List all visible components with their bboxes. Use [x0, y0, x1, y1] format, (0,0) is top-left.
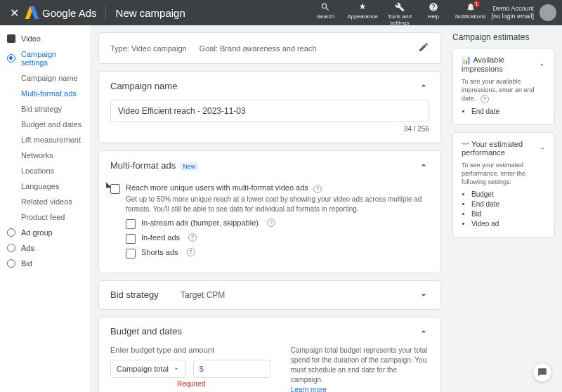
sidebar-item-ad-group[interactable]: Ad group	[0, 225, 90, 240]
logo[interactable]: Google Ads	[25, 6, 97, 19]
account-label[interactable]: Demo Account [no login email]	[491, 5, 534, 20]
notifications-icon[interactable]: 1Notifications	[455, 2, 486, 20]
close-icon[interactable]: ✕	[6, 6, 22, 20]
budget-card: Budget and dates Enter budget type and a…	[98, 317, 441, 393]
performance-card: 〰 Your estimated performance To see your…	[452, 132, 555, 237]
notification-badge: 1	[473, 1, 481, 7]
radio-icon	[7, 244, 15, 252]
multi-format-header[interactable]: Multi-format adsNew	[99, 151, 440, 179]
bullet-end-date: End date	[471, 200, 546, 208]
chevron-up-icon	[418, 80, 429, 91]
infeed-label: In-feed ads	[141, 233, 180, 242]
sidebar: Video Campaign settings Campaign name Mu…	[0, 25, 90, 392]
bullet-budget: Budget	[471, 190, 546, 198]
campaign-name-input[interactable]	[110, 100, 429, 122]
sidebar-sub-networks[interactable]: Networks	[0, 148, 90, 163]
google-ads-logo-icon	[25, 6, 38, 19]
bullet-video-ad: Video ad	[471, 220, 546, 228]
budget-type-label: Enter budget type and amount	[110, 346, 277, 354]
sidebar-item-video[interactable]: Video	[0, 31, 90, 46]
shorts-label: Shorts ads	[141, 248, 178, 256]
chevron-up-icon	[540, 144, 546, 152]
tools-icon[interactable]: Tools andsettings	[388, 2, 412, 26]
multiformat-checkbox[interactable]	[110, 184, 120, 194]
help-icon[interactable]: Help	[422, 2, 445, 20]
sidebar-item-campaign-settings[interactable]: Campaign settings	[0, 46, 90, 70]
sidebar-sub-languages[interactable]: Languages	[0, 178, 90, 194]
multiformat-label: Reach more unique users with multi-forma…	[126, 183, 308, 192]
sidebar-item-bid[interactable]: Bid	[0, 256, 90, 271]
instream-checkbox[interactable]	[126, 219, 136, 229]
sidebar-sub-lift[interactable]: Lift measurement	[0, 132, 90, 148]
help-icon[interactable]: ?	[187, 248, 195, 256]
estimates-title: Campaign estimates	[452, 32, 555, 42]
bullet-end-date: End date	[471, 107, 546, 115]
edit-icon[interactable]	[418, 41, 429, 55]
bullet-bid: Bid	[471, 210, 546, 218]
sidebar-item-ads[interactable]: Ads	[0, 240, 90, 256]
radio-icon	[7, 228, 15, 237]
instream-label: In-stream ads (bumper, skippable)	[141, 218, 259, 227]
campaign-name-card: Campaign name 34 / 256	[98, 71, 441, 143]
right-panel: Campaign estimates 📊 Available impressio…	[450, 25, 562, 392]
chevron-up-icon	[418, 159, 429, 171]
bid-strategy-card: Bid strategy Target CPM	[98, 280, 441, 310]
infeed-checkbox[interactable]	[126, 234, 136, 244]
sidebar-sub-locations[interactable]: Locations	[0, 163, 90, 178]
logo-text: Google Ads	[42, 7, 97, 19]
avatar[interactable]	[540, 4, 556, 21]
search-icon[interactable]: Search	[313, 2, 337, 20]
budget-help-text: Campaign total budget represents your to…	[291, 346, 428, 384]
campaign-name-header[interactable]: Campaign name	[99, 72, 440, 100]
sidebar-sub-related-videos[interactable]: Related videos	[0, 194, 90, 209]
chevron-up-icon	[538, 60, 546, 69]
bid-strategy-row[interactable]: Bid strategy Target CPM	[99, 281, 440, 309]
char-count: 34 / 256	[110, 125, 429, 133]
budget-header[interactable]: Budget and dates	[99, 318, 440, 346]
chevron-up-icon	[418, 326, 429, 337]
multi-format-card: Multi-format adsNew Reach more unique us…	[98, 150, 441, 273]
summary-card: Type: Video campaign Goal: Brand awarene…	[98, 32, 441, 64]
help-icon[interactable]: ?	[267, 218, 275, 227]
radio-icon	[7, 54, 15, 63]
radio-icon	[7, 259, 15, 268]
impressions-card: 📊 Available impressions To see your avai…	[452, 48, 555, 125]
learn-more-link[interactable]: Learn more	[291, 386, 327, 393]
impressions-text: To see your available impressions, enter…	[462, 77, 546, 103]
help-icon[interactable]: ?	[481, 95, 489, 103]
required-label: Required	[177, 380, 277, 388]
help-icon[interactable]: ?	[313, 185, 322, 193]
header-divider	[105, 6, 106, 20]
header-toolbar: Search Appearance Tools andsettings Help…	[313, 0, 485, 26]
page-title: New campaign	[116, 7, 185, 19]
shorts-checkbox[interactable]	[126, 249, 136, 259]
performance-text: To see your estimated performance, enter…	[462, 161, 546, 186]
video-icon	[7, 34, 15, 43]
impressions-header[interactable]: 📊 Available impressions	[462, 55, 546, 73]
performance-header[interactable]: 〰 Your estimated performance	[462, 140, 546, 157]
help-icon[interactable]: ?	[188, 233, 197, 242]
chevron-down-icon	[418, 289, 429, 301]
app-header: ✕ Google Ads New campaign Search Appeara…	[0, 0, 562, 25]
sidebar-sub-campaign-name[interactable]: Campaign name	[0, 70, 90, 86]
new-badge: New	[180, 162, 198, 171]
budget-amount-input[interactable]: $	[193, 360, 270, 378]
feedback-fab[interactable]	[532, 362, 552, 382]
appearance-icon[interactable]: Appearance	[347, 2, 377, 20]
sidebar-sub-multi-format[interactable]: Multi-format ads	[0, 86, 90, 101]
budget-type-select[interactable]: Campaign total	[110, 360, 186, 378]
sidebar-sub-bid-strategy[interactable]: Bid strategy	[0, 101, 90, 117]
sidebar-sub-product-feed[interactable]: Product feed	[0, 209, 90, 225]
sidebar-sub-budget[interactable]: Budget and dates	[0, 117, 90, 132]
main-content: Type: Video campaign Goal: Brand awarene…	[90, 25, 450, 392]
multiformat-desc: Get up to 50% more unique reach at a low…	[126, 195, 429, 214]
